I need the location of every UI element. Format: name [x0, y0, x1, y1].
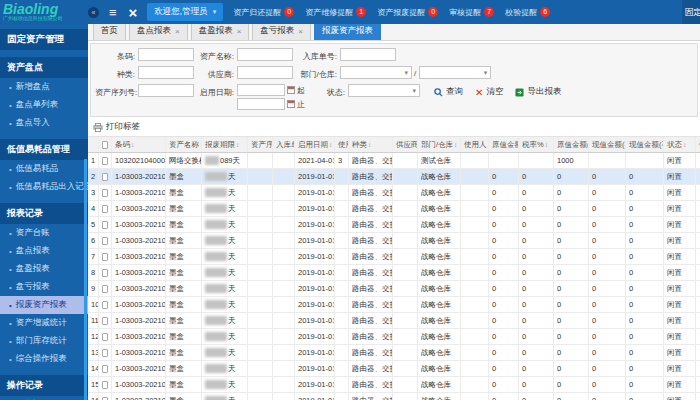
sidebar-item-低值易耗品出入记录[interactable]: •低值易耗品出入记录: [0, 178, 88, 196]
tab-盘亏报表[interactable]: 盘亏报表×: [252, 24, 311, 40]
notification-item[interactable]: 资产归还提醒0: [233, 7, 294, 18]
tab-close-icon[interactable]: ×: [298, 27, 303, 36]
inbound-no-input[interactable]: [340, 48, 396, 61]
table-row[interactable]: 91-03003-20210128-墨盒天2019-01-01路由器、交换机战略…: [88, 281, 700, 297]
tab-首页[interactable]: 首页: [93, 24, 126, 40]
sidebar-item-盘点报表[interactable]: •盘点报表: [0, 242, 88, 260]
table-row[interactable]: 101-03003-20210128-墨盒天2019-01-01路由器、交换机战…: [88, 297, 700, 313]
row-checkbox[interactable]: [102, 349, 108, 357]
sidebar-section-title[interactable]: 操作记录: [0, 375, 88, 396]
export-report-button[interactable]: 导出报表: [515, 86, 561, 98]
column-header-scrap[interactable]: 报废期限↕: [202, 137, 248, 152]
sidebar-section-title[interactable]: 报表记录: [0, 203, 88, 224]
module-tab-fixed-assets[interactable]: 固定资产管理: [682, 0, 700, 24]
row-checkbox[interactable]: [102, 301, 108, 309]
row-checkbox[interactable]: [102, 173, 108, 181]
table-row[interactable]: 131-03003-20210128-墨盒天2019-01-01路由器、交换机战…: [88, 345, 700, 361]
table-row[interactable]: 81-03003-20210128-墨盒天2019-01-01路由器、交换机战略…: [88, 265, 700, 281]
table-row[interactable]: 141-03003-20210128-墨盒天2019-01-01路由器、交换机战…: [88, 361, 700, 377]
sidebar-scrollbar[interactable]: [84, 159, 87, 400]
sidebar-item-资产增减统计[interactable]: •资产增减统计: [0, 314, 88, 332]
sidebar-item-盘盈报表[interactable]: •盘盈报表: [0, 260, 88, 278]
column-header-inbound[interactable]: 入库单号↕: [273, 137, 295, 152]
warehouse-select[interactable]: ▾: [419, 66, 491, 79]
column-header-dept[interactable]: 部门/仓库↕: [418, 137, 461, 152]
table-row[interactable]: 151-03003-20210128-墨盒天2019-01-01路由器、交换机战…: [88, 377, 700, 393]
tab-盘点报表[interactable]: 盘点报表×: [129, 24, 188, 40]
table-row[interactable]: 41-03003-20210128-墨盒天2019-01-01路由器、交换机战略…: [88, 201, 700, 217]
row-checkbox[interactable]: [102, 221, 108, 229]
sidebar-item-资产台账[interactable]: •资产台账: [0, 224, 88, 242]
serial-no-input[interactable]: [138, 84, 194, 97]
column-header-date[interactable]: 启用日期↕: [295, 137, 335, 152]
sidebar-item-新增盘点[interactable]: •新增盘点: [0, 78, 88, 96]
column-header-user[interactable]: 使用人↕: [461, 137, 489, 152]
table-row[interactable]: 21-03003-20210128-墨盒天2019-01-01路由器、交换机战略…: [88, 169, 700, 185]
user-menu[interactable]: 欢迎您,管理员 ▾: [147, 3, 223, 21]
row-checkbox[interactable]: [102, 285, 108, 293]
row-checkbox[interactable]: [102, 205, 108, 213]
table-row[interactable]: 31-03003-20210128-墨盒天2019-01-01路由器、交换机战略…: [88, 185, 700, 201]
row-checkbox[interactable]: [102, 253, 108, 261]
tab-close-icon[interactable]: ×: [175, 27, 180, 36]
table-row[interactable]: 161-03003-20210128-墨盒天2019-01-01路由器、交换机战…: [88, 393, 700, 400]
row-checkbox[interactable]: [102, 397, 108, 400]
sidebar-item-报废资产报表[interactable]: •报废资产报表: [0, 296, 88, 314]
sidebar-item-盘点导入[interactable]: •盘点导入: [0, 114, 88, 132]
table-row[interactable]: 110320210400013网络交换机089天2021-04-013路由器、交…: [88, 153, 700, 169]
column-header-status[interactable]: 状态↕: [664, 137, 696, 152]
print-label-button[interactable]: 打印标签: [93, 121, 140, 133]
supplier-input[interactable]: [237, 66, 293, 79]
column-header-category[interactable]: 种类↕: [349, 137, 393, 152]
tab-报废资产报表[interactable]: 报废资产报表: [314, 24, 381, 40]
status-select[interactable]: ▾: [348, 84, 420, 97]
sidebar-section-title[interactable]: 资产盘点: [0, 57, 88, 78]
asset-name-input[interactable]: [237, 48, 293, 61]
row-checkbox[interactable]: [102, 317, 108, 325]
dept-select[interactable]: ▾: [340, 66, 412, 79]
tab-close-icon[interactable]: ×: [237, 27, 242, 36]
row-checkbox[interactable]: [102, 365, 108, 373]
notification-item[interactable]: 资产维修提醒1: [305, 7, 366, 18]
row-checkbox[interactable]: [102, 333, 108, 341]
collapse-sidebar-icon[interactable]: «: [88, 7, 99, 18]
date-from-input[interactable]: [237, 84, 285, 96]
sidebar-section-title[interactable]: 低值易耗品管理: [0, 139, 88, 160]
clear-button[interactable]: ✕ 清空: [475, 86, 503, 98]
close-icon[interactable]: ×: [129, 4, 138, 21]
table-row[interactable]: 111-03003-20210128-墨盒天2019-01-01路由器、交换机战…: [88, 313, 700, 329]
cell-n: 3: [88, 185, 99, 200]
sidebar-item-低值易耗品[interactable]: •低值易耗品: [0, 160, 88, 178]
query-button[interactable]: 查询: [434, 86, 463, 98]
column-header-barcode[interactable]: 条码↕: [112, 137, 166, 152]
notification-item[interactable]: 审核提醒7: [449, 7, 494, 18]
calendar-icon[interactable]: [287, 100, 295, 108]
row-checkbox[interactable]: [102, 189, 108, 197]
notification-item[interactable]: 校验提醒6: [505, 7, 550, 18]
row-checkbox[interactable]: [102, 381, 108, 389]
row-checkbox[interactable]: [102, 237, 108, 245]
cell-category: 路由器、交换机: [349, 233, 393, 248]
sidebar-item-入库记录[interactable]: •入库记录: [0, 396, 88, 400]
table-row[interactable]: 61-03003-20210128-墨盒天2019-01-01路由器、交换机战略…: [88, 233, 700, 249]
table-row[interactable]: 71-03003-20210128-墨盒天2019-01-01路由器、交换机战略…: [88, 249, 700, 265]
column-header-name[interactable]: 资产名称↕: [166, 137, 202, 152]
table-row[interactable]: 121-03003-20210128-墨盒天2019-01-01路由器、交换机战…: [88, 329, 700, 345]
select-all-checkbox[interactable]: [102, 141, 108, 149]
table-row[interactable]: 51-03003-20210128-墨盒天2019-01-01路由器、交换机战略…: [88, 217, 700, 233]
tab-盘盈报表[interactable]: 盘盈报表×: [191, 24, 250, 40]
row-checkbox[interactable]: [102, 157, 108, 165]
sidebar-item-盘点单列表[interactable]: •盘点单列表: [0, 96, 88, 114]
menu-icon[interactable]: ≡: [109, 5, 117, 20]
calendar-icon[interactable]: [287, 86, 295, 94]
barcode-input[interactable]: [138, 48, 194, 61]
category-input[interactable]: [138, 66, 194, 79]
row-checkbox[interactable]: [102, 269, 108, 277]
sidebar-item-综合操作报表[interactable]: •综合操作报表: [0, 350, 88, 368]
notification-item[interactable]: 资产报废提醒0: [377, 7, 438, 18]
sidebar-item-部门库存统计[interactable]: •部门库存统计: [0, 332, 88, 350]
sidebar-item-盘亏报表[interactable]: •盘亏报表: [0, 278, 88, 296]
date-to-input[interactable]: [237, 98, 285, 110]
column-header-tax[interactable]: 税率%↕: [519, 137, 554, 152]
column-header-supplier[interactable]: 供应商↕: [393, 137, 418, 152]
